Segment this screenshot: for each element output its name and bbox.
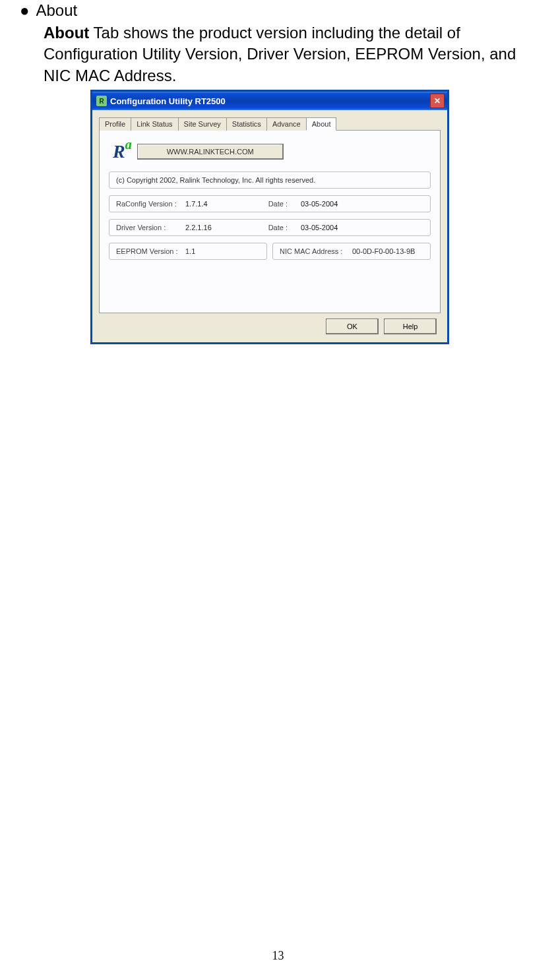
bullet-text: About xyxy=(36,1,78,19)
para-bold: About xyxy=(44,24,89,42)
tab-strip: Profile Link Status Site Survey Statisti… xyxy=(99,117,441,131)
ralink-logo: Ra xyxy=(113,141,125,162)
tab-link-status[interactable]: Link Status xyxy=(131,117,178,131)
window-title: Configuration Utility RT2500 xyxy=(110,96,226,106)
raconfig-box: RaConfig Version : 1.7.1.4 Date : 03-05-… xyxy=(109,195,431,212)
nic-value: 00-0D-F0-00-13-9B xyxy=(352,247,415,255)
tab-profile[interactable]: Profile xyxy=(99,117,131,131)
tab-statistics[interactable]: Statistics xyxy=(226,117,267,131)
website-button[interactable]: WWW.RALINKTECH.COM xyxy=(137,144,284,160)
driver-label: Driver Version : xyxy=(116,224,185,231)
copyright-box: (c) Copyright 2002, Ralink Technology, I… xyxy=(109,171,431,189)
app-icon: R xyxy=(96,96,107,106)
eeprom-nic-row: EEPROM Version : 1.1 NIC MAC Address : 0… xyxy=(109,243,431,266)
help-button[interactable]: Help xyxy=(384,319,437,334)
tab-site-survey[interactable]: Site Survey xyxy=(178,117,227,131)
nic-label: NIC MAC Address : xyxy=(280,247,352,255)
raconfig-value: 1.7.1.4 xyxy=(185,200,248,208)
ok-button[interactable]: OK xyxy=(326,319,379,334)
nic-box: NIC MAC Address : 00-0D-F0-00-13-9B xyxy=(272,243,431,260)
close-button[interactable]: ✕ xyxy=(430,94,445,108)
config-utility-window: R Configuration Utility RT2500 ✕ Profile… xyxy=(91,90,448,344)
eeprom-value: 1.1 xyxy=(185,247,195,255)
raconfig-label: RaConfig Version : xyxy=(116,200,185,208)
close-icon: ✕ xyxy=(434,96,441,106)
driver-value: 2.2.1.16 xyxy=(185,224,248,231)
paragraph: About Tab shows the product version incl… xyxy=(44,22,536,86)
title-bar: R Configuration Utility RT2500 ✕ xyxy=(92,92,447,110)
bullet-heading: ●About xyxy=(20,1,536,20)
bullet-dot: ● xyxy=(20,1,30,19)
para-rest: Tab shows the product version including … xyxy=(44,24,516,84)
driver-date-label: Date : xyxy=(248,224,288,231)
copyright-text: (c) Copyright 2002, Ralink Technology, I… xyxy=(116,176,315,184)
raconfig-date-value: 03-05-2004 xyxy=(301,200,338,208)
tab-advance[interactable]: Advance xyxy=(266,117,307,131)
eeprom-box: EEPROM Version : 1.1 xyxy=(109,243,267,260)
driver-date-value: 03-05-2004 xyxy=(301,224,338,231)
tab-content-about: Ra WWW.RALINKTECH.COM (c) Copyright 2002… xyxy=(99,131,441,313)
dialog-buttons: OK Help xyxy=(99,313,441,336)
page-number: 13 xyxy=(0,949,556,963)
raconfig-date-label: Date : xyxy=(248,200,288,208)
logo-row: Ra WWW.RALINKTECH.COM xyxy=(109,141,431,162)
tab-about[interactable]: About xyxy=(306,117,337,131)
driver-box: Driver Version : 2.2.1.16 Date : 03-05-2… xyxy=(109,219,431,236)
eeprom-label: EEPROM Version : xyxy=(116,247,185,255)
window-body: Profile Link Status Site Survey Statisti… xyxy=(92,110,447,342)
